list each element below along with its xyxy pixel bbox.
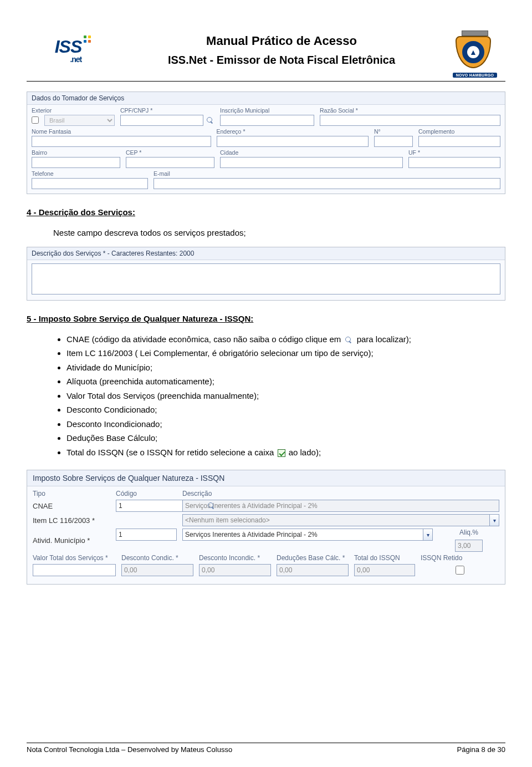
ativ-desc-input[interactable]: [182, 529, 423, 541]
list-item: Desconto Incondicionado;: [66, 418, 505, 431]
list-item: Atividade do Município;: [66, 362, 505, 374]
label-codigo: Código: [116, 490, 177, 497]
ativ-codigo-input[interactable]: [116, 529, 177, 541]
descricao-title: Descrição dos Serviços * - Caracteres Re…: [27, 247, 505, 260]
cpfcnpj-input[interactable]: [120, 115, 203, 126]
municipal-crest: ▲ NOVO HAMBURGO: [444, 22, 505, 78]
aliq-input: [455, 540, 483, 552]
pais-select[interactable]: Brasil: [44, 115, 115, 126]
row-label-item: Item LC 116/2003 *: [33, 516, 110, 525]
row-label-cnae: CNAE: [33, 502, 110, 510]
label-razao: Razão Social *: [320, 107, 500, 114]
magnifier-icon: [344, 336, 353, 344]
crest-ribbon: NOVO HAMBURGO: [453, 73, 497, 78]
label-inscmun: Inscrição Municipal: [220, 107, 314, 114]
label-descricao: Descrição: [182, 490, 499, 497]
label-cidade: Cidade: [220, 149, 403, 156]
label-descincond: Desconto Incondic. *: [199, 554, 271, 562]
issnet-logo-squares-icon: [83, 34, 94, 45]
label-nomefant: Nome Fantasia: [32, 128, 211, 135]
retido-checkbox[interactable]: [456, 566, 464, 575]
cnae-search-icon[interactable]: [207, 501, 216, 510]
telefone-input[interactable]: [32, 178, 148, 189]
issnet-logo: ISS .net: [27, 34, 110, 66]
issqn-title: Imposto Sobre Serviços de Qualquer Natur…: [27, 470, 505, 486]
label-dedbase: Deduções Base Cálc. *: [277, 554, 349, 562]
label-telefone: Telefone: [32, 170, 148, 177]
document-header: ISS .net Manual Prático de Acesso ISS.Ne…: [27, 22, 505, 82]
list-item: Item LC 116/2003 ( Lei Complementar, é o…: [66, 347, 505, 360]
checkbox-icon: [278, 449, 285, 457]
list-item: Alíquota (preenchida automaticamente);: [66, 375, 505, 388]
totalissqn-input: [354, 564, 415, 576]
label-numero: N°: [374, 128, 413, 135]
doc-subtitle: ISS.Net - Emissor de Nota Fiscal Eletrôn…: [119, 54, 444, 67]
cpfcnpj-search-icon[interactable]: [206, 116, 214, 125]
tomador-title: Dados do Tomador de Serviços: [27, 92, 505, 105]
list-item: Total do ISSQN (se o ISSQN for retido se…: [66, 446, 505, 459]
sec5-bullet-list: CNAE (código da atividade econômica, cas…: [66, 333, 505, 459]
email-input[interactable]: [154, 178, 500, 189]
doc-title: Manual Prático de Acesso: [119, 34, 444, 48]
complemento-input[interactable]: [418, 136, 500, 147]
tomador-panel: Dados do Tomador de Serviços Exterior Br…: [27, 92, 505, 194]
nomefant-input[interactable]: [32, 136, 211, 147]
footer-left: Nota Control Tecnologia Ltda – Desenvolv…: [27, 745, 232, 754]
label-cep: CEP *: [126, 149, 214, 156]
label-aliq: Aliq.%: [459, 529, 478, 536]
label-uf: UF *: [408, 149, 500, 156]
cidade-input[interactable]: [220, 157, 403, 168]
descricao-panel: Descrição dos Serviços * - Caracteres Re…: [27, 247, 505, 301]
descricao-textarea[interactable]: [32, 263, 500, 294]
razao-input[interactable]: [320, 115, 500, 126]
sec4-lead: Neste campo descreva todos os serviços p…: [53, 227, 505, 240]
valortotal-input[interactable]: [33, 564, 116, 576]
issnet-logo-text: ISS: [55, 37, 82, 57]
label-endereco: Endereço *: [217, 128, 369, 135]
item-dropdown-icon[interactable]: ▾: [489, 514, 499, 526]
list-item: Valor Total dos Serviços (preenchida man…: [66, 390, 505, 403]
numero-input[interactable]: [374, 136, 413, 147]
document-footer: Nota Control Tecnologia Ltda – Desenvolv…: [27, 743, 505, 754]
bairro-input[interactable]: [32, 157, 120, 168]
label-cpfcnpj: CPF/CNPJ *: [120, 107, 214, 114]
label-retido: ISSQN Retido: [421, 554, 499, 562]
label-desccond: Desconto Condic. *: [121, 554, 193, 562]
label-exterior: Exterior: [32, 107, 115, 114]
dedbase-input[interactable]: [277, 564, 349, 576]
endereco-input[interactable]: [217, 136, 369, 147]
cep-input[interactable]: [126, 157, 214, 168]
list-item: CNAE (código da atividade econômica, cas…: [66, 333, 505, 346]
item-desc-input: [182, 514, 490, 526]
exterior-checkbox[interactable]: [32, 116, 39, 124]
inscmun-input[interactable]: [220, 115, 314, 126]
label-totalissqn: Total do ISSQN: [354, 554, 415, 562]
row-label-ativ: Ativid. Município *: [33, 536, 110, 545]
list-item: Desconto Condicionado;: [66, 404, 505, 416]
ativ-dropdown-icon[interactable]: ▾: [423, 529, 433, 541]
label-complemento: Complemento: [418, 128, 500, 135]
cnae-descricao-input: [182, 500, 499, 512]
label-email: E-mail: [154, 170, 500, 177]
desccond-input[interactable]: [121, 564, 193, 576]
label-bairro: Bairro: [32, 149, 120, 156]
descincond-input[interactable]: [199, 564, 271, 576]
label-tipo: Tipo: [33, 490, 110, 497]
sec5-heading: 5 - Imposto Sobre Serviço de Qualquer Na…: [27, 313, 505, 326]
label-valortotal: Valor Total dos Serviços *: [33, 554, 116, 562]
uf-input[interactable]: [408, 157, 500, 168]
footer-right: Página 8 de 30: [457, 745, 505, 754]
sec4-heading: 4 - Descrição dos Serviços:: [27, 206, 505, 219]
issqn-panel: Imposto Sobre Serviços de Qualquer Natur…: [27, 470, 505, 585]
list-item: Deduções Base Cálculo;: [66, 432, 505, 445]
